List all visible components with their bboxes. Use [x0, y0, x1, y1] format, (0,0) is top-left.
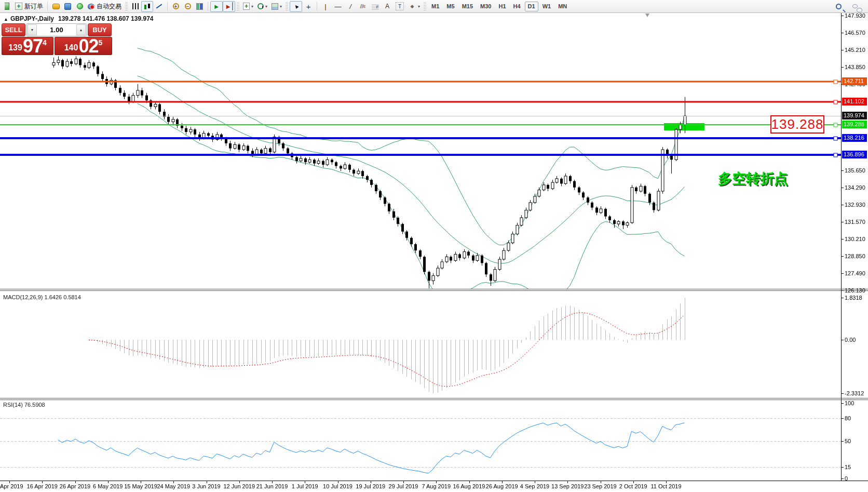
tile-windows-button[interactable]: [194, 1, 206, 12]
text-label-button[interactable]: T: [394, 1, 406, 12]
price-chart-canvas[interactable]: [0, 0, 868, 492]
cursor-button[interactable]: [290, 1, 302, 12]
text-label-icon: T: [396, 2, 404, 10]
chart-shift-icon: ▶: [225, 2, 233, 10]
volume-decrease-button[interactable]: ▼: [28, 24, 37, 35]
market-watch-button[interactable]: [50, 1, 62, 12]
candlestick-chart-button[interactable]: [141, 1, 153, 12]
bar-chart-icon: [132, 3, 139, 9]
dropdown-arrow-icon[interactable]: ▾: [265, 4, 267, 9]
price-level-annotation[interactable]: 139.288: [770, 115, 824, 134]
cropped-icon: [1, 1, 13, 12]
toolbar-separator: [47, 2, 48, 11]
templates-button[interactable]: ▾: [269, 1, 284, 12]
line-chart-icon: [156, 4, 162, 8]
buy-button[interactable]: BUY: [88, 23, 112, 36]
collapse-arrow-icon[interactable]: ▲: [4, 17, 8, 22]
vertical-line-button[interactable]: |: [319, 1, 332, 12]
toolbar-separator: [167, 2, 168, 11]
autotrading-icon: [88, 4, 94, 9]
new-order-button[interactable]: 新订单: [13, 1, 45, 12]
fibonacci-icon: F: [372, 3, 379, 9]
timeframe-d1-button[interactable]: D1: [525, 2, 538, 11]
hline-price-tag: 142.711: [842, 77, 867, 85]
sell-price-big: 97: [23, 38, 43, 54]
pivot-point-annotation[interactable]: 多空转折点: [718, 169, 788, 188]
timeframe-m30-button[interactable]: M30: [477, 2, 494, 11]
hline-price-tag: 141.102: [842, 98, 867, 105]
auto-scroll-icon: ▶: [212, 2, 221, 10]
text-icon: A: [383, 2, 391, 10]
rsi-axis-label: 15: [845, 463, 867, 471]
macd-indicator-label: MACD(12,26,9) 1.6426 0.5814: [3, 294, 81, 300]
autotrading-button[interactable]: 自动交易: [86, 1, 124, 12]
timeframe-h4-button[interactable]: H4: [510, 2, 524, 11]
indicators-button[interactable]: +▾: [241, 1, 255, 12]
timeframe-m1-button[interactable]: M1: [428, 2, 442, 11]
rsi-indicator-label: RSI(14) 76.5908: [3, 402, 45, 408]
macd-axis-label: -2.3312: [845, 390, 867, 397]
buy-price-pip: 5: [98, 38, 102, 47]
date-axis[interactable]: 7 Apr 201916 Apr 201926 Apr 20196 May 20…: [0, 481, 841, 491]
timeframe-w1-button[interactable]: W1: [539, 2, 554, 11]
ohlc-values: 139.278 141.476 138.607 139.974: [58, 15, 154, 22]
dropdown-arrow-icon[interactable]: ▾: [280, 4, 282, 9]
zoom-in-button[interactable]: +: [170, 1, 182, 12]
trendline-button[interactable]: /: [344, 1, 357, 12]
price-tick-label: 145.210: [845, 46, 867, 54]
date-tick-label: 11 Oct 2019: [645, 483, 687, 489]
current-price-tag: 139.974: [842, 112, 867, 119]
volume-increase-button[interactable]: ▲: [76, 24, 86, 35]
price-tick-label: 147.930: [845, 12, 867, 19]
toolbar-buttons: 新订单自动交易+−▶▶+▾▾▾+|—///EFAT◆▾: [1, 1, 428, 12]
search-button[interactable]: [833, 1, 845, 12]
buy-price-prefix: 140: [64, 43, 78, 52]
horizontal-line-icon: —: [334, 2, 342, 10]
data-window-button[interactable]: [62, 1, 74, 12]
toolbar-right: [831, 1, 867, 12]
cursor-icon: [292, 2, 300, 10]
periods-button[interactable]: ▾: [255, 1, 269, 12]
tile-windows-icon: [196, 3, 203, 10]
toolbar-grip: [237, 2, 239, 10]
buy-price-big: 02: [78, 38, 98, 54]
community-button[interactable]: [849, 1, 861, 12]
sell-price-display[interactable]: 139 97 4: [2, 37, 53, 55]
horizontal-line-button[interactable]: —: [332, 1, 344, 12]
arrows-button[interactable]: ◆▾: [406, 1, 422, 12]
crosshair-button[interactable]: +: [302, 1, 315, 12]
timeframe-m15-button[interactable]: M15: [459, 2, 476, 11]
text-button[interactable]: A: [381, 1, 394, 12]
buy-price-display[interactable]: 140 02 5: [55, 37, 112, 55]
market-watch-icon: [52, 4, 60, 9]
symbol-period: GBPJPY-,Daily: [10, 15, 54, 22]
price-tick-label: 146.570: [845, 29, 867, 36]
volume-input[interactable]: [37, 24, 76, 36]
timeframe-h1-button[interactable]: H1: [495, 2, 509, 11]
line-chart-button[interactable]: [153, 1, 165, 12]
rsi-axis-label: 100: [845, 400, 867, 407]
price-tick-label: 143.850: [845, 63, 867, 71]
fibonacci-button[interactable]: F: [369, 1, 381, 12]
toolbar-button-label: 新订单: [24, 2, 43, 11]
bar-chart-button[interactable]: [129, 1, 141, 12]
dropdown-arrow-icon[interactable]: ▾: [251, 4, 253, 9]
sell-button[interactable]: SELL: [2, 23, 25, 36]
equidistant-channel-button[interactable]: //E: [357, 1, 369, 12]
candlestick-chart-icon: [144, 3, 151, 10]
timeframe-m5-button[interactable]: M5: [443, 2, 457, 11]
toolbar-grip: [286, 2, 288, 10]
dropdown-arrow-icon[interactable]: ▾: [418, 4, 420, 9]
toolbar-separator: [208, 2, 208, 11]
price-tick-label: 131.570: [845, 218, 867, 225]
price-tick-label: 126.130: [845, 287, 867, 294]
auto-scroll-button[interactable]: ▶: [210, 1, 223, 12]
price-tick-label: 128.850: [845, 252, 867, 260]
zoom-out-button[interactable]: −: [182, 1, 194, 12]
signals-button[interactable]: [74, 1, 86, 12]
rsi-axis-label: 50: [845, 437, 867, 445]
price-tick-label: 130.210: [845, 235, 867, 243]
chart-shift-button[interactable]: ▶: [223, 1, 235, 12]
timeframe-mn-button[interactable]: MN: [555, 2, 570, 11]
hline-price-tag: 139.288: [842, 121, 867, 128]
